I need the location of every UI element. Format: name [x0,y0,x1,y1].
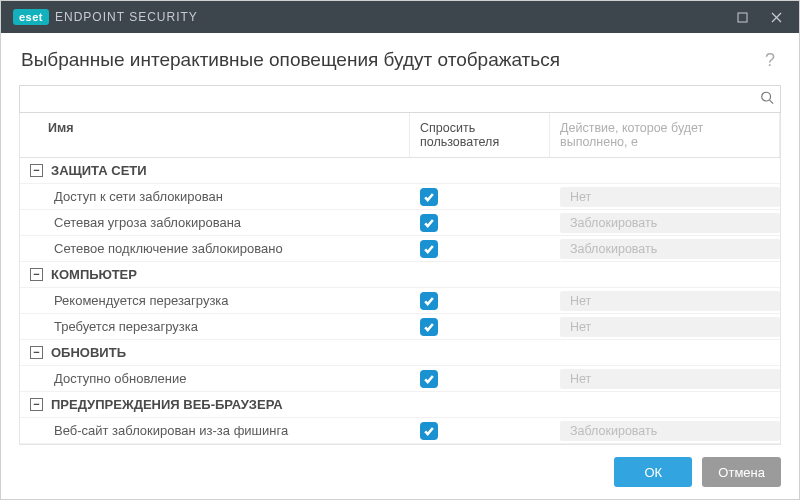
action-value[interactable]: Заблокировать [560,213,780,233]
action-value[interactable]: Нет [560,369,780,389]
row-action: Нет [550,369,780,389]
table-row[interactable]: Требуется перезагрузкаНет [20,314,780,340]
content: Имя Спросить пользователя Действие, кото… [1,85,799,445]
group-label: ПРЕДУПРЕЖДЕНИЯ ВЕБ-БРАУЗЕРА [51,397,283,412]
collapse-icon[interactable]: − [30,398,43,411]
table-header: Имя Спросить пользователя Действие, кото… [20,113,780,158]
action-value[interactable]: Заблокировать [560,239,780,259]
heading-row: Выбранные интерактивные оповещения будут… [1,33,799,85]
ask-checkbox[interactable] [420,292,438,310]
action-value[interactable]: Нет [560,317,780,337]
row-ask [410,240,550,258]
row-label: Сетевая угроза заблокирована [20,215,410,230]
titlebar: eset ENDPOINT SECURITY [1,1,799,33]
row-ask [410,318,550,336]
table-row[interactable]: Рекомендуется перезагрузкаНет [20,288,780,314]
row-ask [410,214,550,232]
row-ask [410,370,550,388]
table-body[interactable]: −ЗАЩИТА СЕТИДоступ к сети заблокированНе… [20,158,780,444]
row-label: Доступно обновление [20,371,410,386]
row-ask [410,422,550,440]
cancel-button[interactable]: Отмена [702,457,781,487]
row-ask [410,292,550,310]
group-row[interactable]: −ОБНОВИТЬ [20,340,780,366]
group-title: −ОБНОВИТЬ [20,345,410,360]
window: eset ENDPOINT SECURITY Выбранные интерак… [0,0,800,500]
collapse-icon[interactable]: − [30,268,43,281]
help-button[interactable]: ? [761,50,779,71]
action-value[interactable]: Нет [560,291,780,311]
close-icon [771,12,782,23]
maximize-icon [737,12,748,23]
brand-badge: eset [13,9,49,25]
col-action[interactable]: Действие, которое будет выполнено, е [550,113,780,157]
group-title: −КОМПЬЮТЕР [20,267,410,282]
row-action: Заблокировать [550,421,780,441]
row-label: Требуется перезагрузка [20,319,410,334]
col-ask[interactable]: Спросить пользователя [410,113,550,157]
group-title: −ПРЕДУПРЕЖДЕНИЯ ВЕБ-БРАУЗЕРА [20,397,410,412]
row-action: Нет [550,291,780,311]
action-value[interactable]: Заблокировать [560,421,780,441]
ok-button[interactable]: ОК [614,457,692,487]
ask-checkbox[interactable] [420,214,438,232]
table-row[interactable]: Веб-сайт заблокирован из-за фишингаЗабло… [20,418,780,444]
group-label: ЗАЩИТА СЕТИ [51,163,147,178]
table-row[interactable]: Доступ к сети заблокированНет [20,184,780,210]
brand: eset ENDPOINT SECURITY [13,9,198,25]
row-action: Заблокировать [550,239,780,259]
row-label: Доступ к сети заблокирован [20,189,410,204]
svg-rect-0 [738,13,747,22]
group-row[interactable]: −КОМПЬЮТЕР [20,262,780,288]
group-row[interactable]: −ЗАЩИТА СЕТИ [20,158,780,184]
notifications-table: Имя Спросить пользователя Действие, кото… [19,113,781,445]
svg-point-3 [762,92,771,101]
action-value[interactable]: Нет [560,187,780,207]
collapse-icon[interactable]: − [30,164,43,177]
row-ask [410,188,550,206]
search-input[interactable] [20,86,750,112]
ask-checkbox[interactable] [420,188,438,206]
row-action: Нет [550,187,780,207]
row-action: Нет [550,317,780,337]
collapse-icon[interactable]: − [30,346,43,359]
search-bar [19,85,781,113]
table-row[interactable]: Доступно обновлениеНет [20,366,780,392]
table-row[interactable]: Сетевое подключение заблокированоЗаблоки… [20,236,780,262]
group-row[interactable]: −ПРЕДУПРЕЖДЕНИЯ ВЕБ-БРАУЗЕРА [20,392,780,418]
footer: ОК Отмена [1,445,799,499]
row-action: Заблокировать [550,213,780,233]
group-label: КОМПЬЮТЕР [51,267,137,282]
svg-line-4 [770,100,774,104]
group-title: −ЗАЩИТА СЕТИ [20,163,410,178]
window-close-button[interactable] [759,1,793,33]
page-title: Выбранные интерактивные оповещения будут… [21,49,761,71]
row-label: Веб-сайт заблокирован из-за фишинга [20,423,410,438]
col-name[interactable]: Имя [20,113,410,157]
ask-checkbox[interactable] [420,240,438,258]
ask-checkbox[interactable] [420,370,438,388]
group-label: ОБНОВИТЬ [51,345,126,360]
row-label: Сетевое подключение заблокировано [20,241,410,256]
row-label: Рекомендуется перезагрузка [20,293,410,308]
window-maximize-button[interactable] [725,1,759,33]
table-row[interactable]: Сетевая угроза заблокированаЗаблокироват… [20,210,780,236]
ask-checkbox[interactable] [420,422,438,440]
ask-checkbox[interactable] [420,318,438,336]
brand-product: ENDPOINT SECURITY [55,10,198,24]
search-icon[interactable] [760,91,774,108]
